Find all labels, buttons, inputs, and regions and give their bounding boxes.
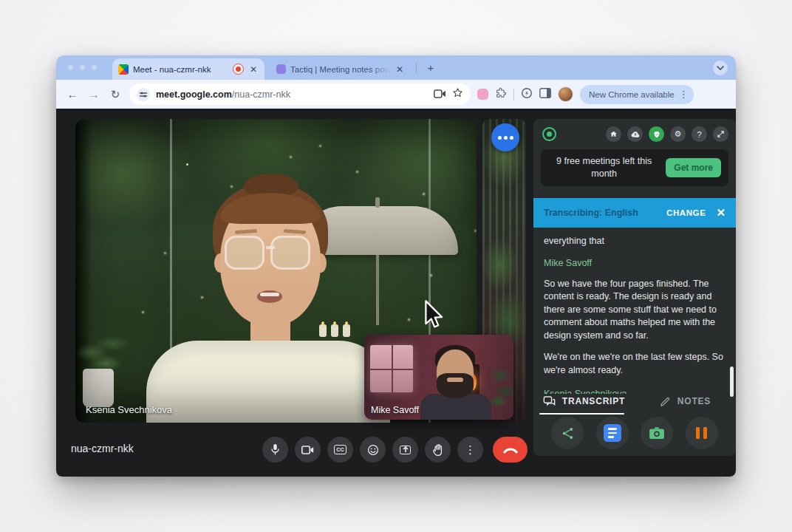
home-icon[interactable] (606, 126, 621, 142)
free-meetings-text: 9 free meetings left this month (548, 155, 660, 180)
meet-favicon (118, 64, 129, 75)
video-tile-pip[interactable]: Mike Savoff (364, 335, 513, 420)
back-icon[interactable]: ← (65, 88, 80, 100)
room-code: nua-czmr-nkk (71, 443, 134, 454)
chrome-update-button[interactable]: New Chrome available ⋮ (580, 85, 694, 104)
camera-in-use-icon[interactable] (434, 88, 446, 101)
mic-button[interactable] (262, 437, 288, 463)
tab-meet[interactable]: Meet - nua-czmr-nkk ✕ (112, 58, 264, 80)
close-tab-icon[interactable]: ✕ (395, 65, 405, 74)
transcript-text: everything that (544, 235, 726, 248)
tab-transcript[interactable]: TRANSCRIPT (533, 389, 635, 413)
browser-window: Meet - nua-czmr-nkk ✕ Tactiq | Meeting n… (56, 55, 736, 477)
help-icon[interactable]: ? (692, 126, 707, 142)
shield-check-icon[interactable] (649, 126, 664, 142)
captions-button[interactable]: CC (327, 437, 353, 463)
transcript-text: We're on the we're on the last few steps… (544, 351, 726, 377)
tab-tactiq-title: Tactiq | Meeting notes powe (290, 65, 390, 74)
tab-search-chevron-icon[interactable] (713, 61, 728, 75)
close-tab-icon[interactable]: ✕ (248, 65, 259, 74)
forward-icon[interactable]: → (86, 88, 101, 100)
meet-bottom-bar: nua-czmr-nkk CC (56, 423, 736, 477)
transcript-text: So we have the four pages finished. The … (544, 278, 726, 343)
extensions-puzzle-icon[interactable] (495, 87, 507, 102)
chat-bubble-icon[interactable] (491, 123, 519, 151)
settings-gear-icon[interactable]: ⚙ (670, 126, 686, 142)
tactiq-header: ⚙ ? (533, 119, 736, 148)
side-panel-icon[interactable] (539, 88, 551, 101)
tab-notes[interactable]: NOTES (635, 389, 736, 413)
meet-page: Ksenia Svechnikova Mike Savoff (56, 109, 736, 477)
battery-saver-icon[interactable] (521, 87, 533, 102)
bookmark-star-icon[interactable] (452, 87, 463, 101)
window-controls[interactable] (68, 65, 97, 70)
transcribing-label: Transcribing: English (544, 208, 638, 218)
change-language-button[interactable]: CHANGE (666, 208, 706, 217)
camera-button[interactable] (295, 437, 321, 463)
pip-name-label: Mike Savoff (371, 405, 419, 415)
new-tab-button[interactable]: + (423, 59, 439, 75)
tactiq-tabs: TRANSCRIPT NOTES (533, 389, 736, 413)
transcript-list[interactable]: everything that Mike Savoff So we have t… (533, 228, 736, 394)
participant-name-label: Ksenia Svechnikova (86, 404, 172, 415)
profile-avatar[interactable] (558, 86, 573, 102)
tactiq-favicon (276, 64, 286, 74)
free-meetings-banner: 9 free meetings left this month Get more (541, 149, 728, 186)
browser-menu-icon[interactable]: ⋮ (679, 89, 689, 100)
toolbar-separator (513, 89, 514, 100)
url-text: meet.google.com/nua-czmr-nkk (156, 89, 290, 100)
reload-icon[interactable]: ↻ (108, 88, 123, 101)
call-controls: CC ⋮ (262, 437, 528, 463)
end-call-button[interactable] (493, 437, 528, 463)
tab-meet-title: Meet - nua-czmr-nkk (133, 65, 228, 74)
get-more-button[interactable]: Get more (666, 158, 721, 177)
tab-tactiq[interactable]: Tactiq | Meeting notes powe ✕ (272, 58, 409, 80)
tab-strip: Meet - nua-czmr-nkk ✕ Tactiq | Meeting n… (56, 55, 736, 80)
tab-separator (416, 63, 417, 73)
recording-indicator-icon (233, 64, 244, 75)
tactiq-logo-icon (542, 127, 556, 141)
cloud-upload-icon[interactable] (627, 126, 643, 142)
reactions-button[interactable] (360, 437, 386, 463)
present-button[interactable] (392, 437, 418, 463)
browser-toolbar: ← → ↻ meet.google.com/nua-czmr-nkk (56, 80, 736, 109)
address-bar[interactable]: meet.google.com/nua-czmr-nkk (129, 83, 471, 105)
transcript-speaker: Mike Savoff (544, 257, 726, 270)
tactiq-panel: ⚙ ? 9 free meetings left this month Get … (533, 119, 736, 456)
mouse-cursor (423, 300, 448, 334)
close-banner-icon[interactable]: ✕ (716, 206, 726, 219)
collapse-panel-icon[interactable] (713, 126, 728, 142)
transcribing-banner: Transcribing: English CHANGE ✕ (533, 198, 736, 228)
more-options-button[interactable]: ⋮ (457, 437, 483, 463)
site-settings-icon[interactable] (137, 88, 150, 101)
tactiq-extension-icon[interactable] (477, 89, 488, 100)
raise-hand-button[interactable] (425, 437, 451, 463)
